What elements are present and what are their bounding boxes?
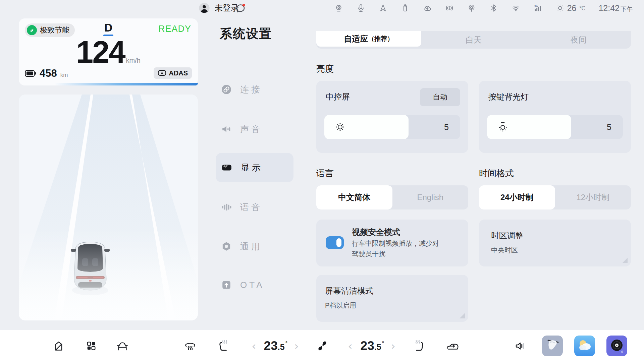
- button-backlight-card: 按键背光灯 5: [479, 81, 631, 153]
- bottom-dock: ‹ 23.5° › ‹ 23.5° ›: [0, 330, 644, 362]
- screen-brightness-card: 中控屏 自动 5: [316, 81, 468, 153]
- sidebar-item-ota[interactable]: OTA: [221, 275, 293, 295]
- adas-icon: [158, 69, 166, 77]
- temp-passenger-down[interactable]: ‹: [348, 340, 353, 352]
- adas-label: ADAS: [169, 69, 188, 77]
- avatar: [199, 2, 210, 14]
- hotspot-icon: [467, 4, 476, 12]
- air-circulation-button[interactable]: [446, 340, 460, 352]
- temp-passenger-up[interactable]: ›: [391, 340, 395, 352]
- settings-page-title: 系统设置: [220, 25, 272, 42]
- fan-button[interactable]: [316, 340, 328, 352]
- temperature-unit: ℃: [579, 5, 585, 11]
- video-safe-mode-card: 视频安全模式 行车中限制视频播放，减少对 驾驶员干扰: [316, 220, 468, 266]
- video-safe-mode-toggle[interactable]: [326, 236, 344, 249]
- sidebar-item-voice[interactable]: 语音: [221, 197, 293, 217]
- ota-update-icon: [221, 280, 231, 290]
- brightness-auto-button[interactable]: 自动: [420, 88, 460, 106]
- language-segmented-control: 中文简体 English: [316, 185, 468, 209]
- home-button[interactable]: [53, 340, 64, 352]
- defrost-icon: [184, 340, 197, 352]
- resize-corner-icon: [460, 313, 465, 318]
- seat-heat-passenger-button[interactable]: [413, 340, 425, 352]
- tab-night[interactable]: 夜间: [526, 31, 631, 49]
- weather-app-icon[interactable]: [574, 336, 595, 356]
- wireless-charging-icon: [445, 4, 454, 12]
- car-infotainment-screen: { "cluster": { "eco_badge": "极致节能", "gea…: [0, 0, 644, 362]
- driver-cluster-card: 极致节能 D READY 124km/h 458 km ADAS: [19, 18, 198, 85]
- adas-badge[interactable]: ADAS: [154, 67, 192, 79]
- speed-display: 124km/h: [19, 36, 198, 68]
- tab-day[interactable]: 白天: [421, 31, 526, 49]
- tab-adaptive[interactable]: 自适应（推荐）: [316, 31, 421, 47]
- brightness-sun-icon: [335, 122, 345, 132]
- defrost-button[interactable]: [184, 340, 197, 352]
- svg-text:♯: ♯: [621, 350, 623, 354]
- seat-heat-left-icon: [218, 340, 230, 352]
- navigation-icon: [379, 4, 387, 12]
- sidebar-item-general[interactable]: 通用: [221, 236, 293, 256]
- button-backlight-title: 按键背光灯: [488, 92, 529, 102]
- home-icon: [53, 340, 64, 352]
- charging-app-icon[interactable]: [542, 336, 563, 356]
- temp-driver-up[interactable]: ›: [294, 340, 299, 352]
- seat-heat-right-icon: [413, 340, 425, 352]
- svg-text:4G: 4G: [534, 4, 538, 7]
- road-scene: [19, 95, 198, 320]
- language-option-english[interactable]: English: [392, 185, 469, 209]
- screen-clean-title: 屏幕清洁模式: [325, 286, 373, 296]
- sidebar-item-sound[interactable]: 声音: [221, 119, 293, 139]
- voice-assistant-bubble[interactable]: [235, 3, 246, 14]
- user-account-chip[interactable]: 未登录: [199, 0, 239, 16]
- volume-button[interactable]: [514, 340, 526, 352]
- time-format-option-12h[interactable]: 12小时制: [555, 185, 631, 209]
- driving-visualization-panel: [19, 95, 198, 320]
- video-safe-mode-desc: 行车中限制视频播放，减少对 驾驶员干扰: [352, 238, 439, 259]
- bluetooth-icon: [489, 4, 498, 12]
- speed-value: 124: [76, 35, 125, 69]
- cloud-download-icon: [423, 4, 432, 12]
- toggle-knob: [336, 238, 341, 247]
- power-progress-bar: [55, 83, 198, 85]
- temp-passenger-value[interactable]: 23.5°: [361, 339, 384, 353]
- screen-brightness-slider[interactable]: 5: [324, 115, 460, 139]
- button-backlight-slider[interactable]: 5: [487, 115, 623, 139]
- wifi-icon: [512, 4, 520, 12]
- status-bar-indicators: 4G 26 ℃ 12:42 下午: [334, 0, 633, 16]
- fan-icon: [316, 340, 328, 352]
- cellular-4g-icon: 4G: [534, 4, 542, 12]
- display-icon: [221, 163, 232, 173]
- resize-corner-icon: [622, 258, 628, 263]
- vehicle-controls-button[interactable]: [116, 340, 128, 352]
- screen-brightness-title: 中控屏: [326, 92, 350, 102]
- seat-heat-driver-button[interactable]: [218, 340, 230, 352]
- range-value: 458: [40, 67, 57, 79]
- language-option-chinese[interactable]: 中文简体: [316, 185, 392, 209]
- battery-icon: [401, 4, 410, 12]
- temp-driver-value[interactable]: 23.5°: [264, 339, 288, 353]
- music-app-icon[interactable]: ♯: [606, 336, 627, 356]
- microphone-icon: [357, 4, 365, 12]
- timezone-card[interactable]: 时区调整 中央时区: [479, 220, 631, 266]
- sun-icon: [556, 4, 565, 12]
- brightness-section-label: 亮度: [316, 63, 334, 75]
- voice-waveform-icon: [221, 202, 231, 212]
- sidebar-item-connection[interactable]: 连接: [221, 79, 293, 100]
- apps-button[interactable]: [86, 340, 97, 352]
- link-icon: [221, 84, 231, 95]
- volume-icon: [514, 340, 526, 352]
- battery-level-icon: [25, 70, 36, 77]
- screen-clean-mode-card[interactable]: 屏幕清洁模式 P档以启用: [316, 275, 468, 322]
- sidebar-item-display[interactable]: 显示: [221, 158, 293, 178]
- range-unit: km: [60, 72, 68, 78]
- app-grid-icon: [86, 340, 97, 352]
- outside-temperature: 26: [567, 3, 577, 13]
- temp-driver-down[interactable]: ‹: [252, 340, 256, 352]
- speed-unit: km/h: [126, 57, 141, 64]
- language-section-label: 语言: [316, 168, 334, 179]
- air-circulation-car-icon: [446, 340, 460, 352]
- range-display: 458 km: [25, 67, 68, 79]
- time-format-option-24h[interactable]: 24小时制: [479, 185, 555, 209]
- backlight-sun-icon: [498, 122, 508, 132]
- car-front-icon: [116, 340, 128, 352]
